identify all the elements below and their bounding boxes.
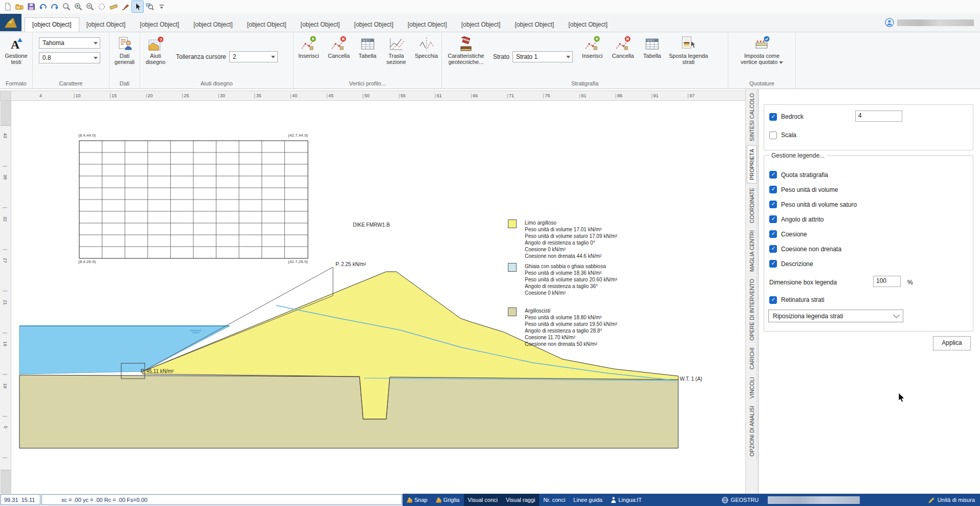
dati-generali-button[interactable]: Dati generali — [109, 35, 140, 65]
tabella-strati-button[interactable]: N X Y Tabella — [638, 35, 666, 59]
select-cursor-icon[interactable] — [131, 1, 144, 13]
unita-di-misura[interactable]: Unità di misura — [928, 497, 980, 503]
ribbon-tab[interactable]: [object Object] — [186, 18, 240, 32]
caratteristiche-geotecniche-button[interactable]: Caratteristiche geotecniche... — [442, 35, 490, 65]
legend-swatch — [508, 307, 517, 316]
legend-option-label: Peso unità di volume saturo — [781, 201, 857, 208]
delete-vertex-icon — [330, 35, 347, 53]
ribbon-tab[interactable]: [object Object] — [507, 18, 561, 32]
language-selector[interactable]: Lingua:IT — [607, 494, 646, 506]
application-window: [object Object][object Object][object Ob… — [0, 0, 980, 506]
retinatura-checkbox[interactable] — [769, 296, 777, 304]
legend-option-checkbox[interactable] — [769, 260, 777, 268]
load-label-top[interactable]: P. 2.25 kN/m² — [336, 261, 366, 267]
section-title[interactable]: DIKE FMRW1.B — [353, 222, 390, 228]
cancella-strato-button[interactable]: Cancella — [608, 35, 638, 59]
riposiziona-select[interactable]: Riposiziona legenda strati — [768, 310, 903, 322]
ribbon-tab[interactable]: [object Object] — [25, 17, 79, 32]
bedrock-checkbox[interactable] — [769, 113, 777, 121]
pencil-icon — [928, 497, 935, 503]
ribbon-tab[interactable]: [object Object] — [132, 18, 186, 32]
ribbon-tab[interactable]: [object Object] — [79, 18, 133, 32]
side-tab[interactable]: SINTESI CALCOLO — [747, 90, 757, 144]
redo-icon[interactable] — [49, 1, 60, 12]
svg-text:A: A — [11, 38, 20, 51]
side-tab[interactable]: CARICHI — [747, 344, 757, 372]
scala-checkbox[interactable] — [769, 131, 777, 139]
brush-icon[interactable] — [120, 1, 131, 12]
drawing-canvas[interactable]: (8.4,44.0) (42.7,44.0) (8.4,26.9) (42.7,… — [11, 101, 745, 494]
new-file-icon[interactable] — [2, 1, 13, 12]
toolbar-overflow-icon[interactable] — [156, 1, 167, 12]
zoom-out-icon[interactable] — [84, 1, 96, 12]
ribbon-tab[interactable]: [object Object] — [347, 18, 400, 32]
ribbon-group-stratigrafia: Caratteristiche geotecniche... Strato St… — [442, 32, 728, 89]
water-table-label[interactable]: W.T. 1 (A) — [680, 376, 702, 382]
ribbon-group-carattere: Tahoma 0.8 Carattere — [33, 32, 109, 89]
font-size-select[interactable]: 0.8 — [39, 52, 100, 63]
side-tab[interactable]: VINCOLI — [747, 374, 757, 402]
bedrock-value-input[interactable]: 4 — [855, 111, 902, 122]
ribbon-tab[interactable]: [object Object] — [294, 18, 347, 32]
dimensione-value-input[interactable]: 100 — [873, 276, 901, 287]
ribbon-tab[interactable]: [object Object] — [561, 18, 615, 32]
tabella-vertici-button[interactable]: N X Y Tabella — [354, 35, 381, 59]
status-toggle[interactable]: Nr. conci — [539, 494, 569, 506]
tolleranza-cursore-select[interactable]: 2 — [229, 51, 278, 62]
side-tab[interactable]: PROPRIETÀ — [747, 145, 757, 184]
bedrock-layer[interactable] — [19, 375, 678, 448]
status-toggle[interactable]: Visual raggi — [502, 494, 539, 506]
legend-option-checkbox[interactable] — [769, 215, 777, 223]
inserisci-vertice-button[interactable]: Inserisci — [294, 35, 324, 59]
applica-button[interactable]: Applica — [933, 336, 971, 350]
zoom-dynamic-icon[interactable] — [96, 1, 107, 12]
legend-option-checkbox[interactable] — [769, 245, 777, 253]
status-toggle[interactable]: Snap — [403, 494, 432, 506]
side-tab[interactable]: COORDINATE — [747, 185, 757, 226]
zoom-window-icon[interactable] — [144, 1, 155, 12]
gestione-testi-button[interactable]: A Gestione testi — [1, 35, 32, 65]
status-toggle[interactable]: Visual conci — [464, 494, 502, 506]
zoom-in-icon[interactable] — [73, 1, 84, 12]
open-file-icon[interactable] — [14, 1, 25, 12]
undo-icon[interactable] — [37, 1, 49, 12]
chevron-down-icon — [94, 42, 98, 45]
app-logo — [0, 14, 21, 31]
strata-legend[interactable]: Limo argillosoPeso unità di volume 17.01… — [508, 219, 661, 351]
status-toggle[interactable]: Linee guida — [569, 494, 607, 506]
legend-option-checkbox[interactable] — [769, 230, 777, 238]
side-tab[interactable]: OPERE DI INTERVENTO — [747, 276, 757, 343]
ribbon-tab[interactable]: [object Object] — [454, 18, 508, 32]
specchia-button[interactable]: Specchia — [411, 35, 441, 59]
user-account-area[interactable] — [885, 18, 974, 27]
vertical-scroll-cap-bottom[interactable] — [1, 470, 11, 494]
vertical-ruler: 43|38|32|27|21|16|10|5| — [0, 101, 11, 494]
trasla-sezione-button[interactable]: Trasla sezione — [381, 35, 411, 65]
inserisci-strato-button[interactable]: Inserisci — [577, 35, 608, 59]
status-toggle[interactable]: Griglia — [432, 494, 464, 506]
centers-grid[interactable] — [79, 141, 308, 258]
gestione-legende-group: Gestione legende... Quota stratigrafia P… — [764, 156, 973, 332]
zoom-extents-icon[interactable] — [61, 1, 72, 12]
measure-icon[interactable] — [108, 1, 119, 12]
legend-option-label: Descrizione — [781, 260, 813, 268]
dimension-vertex-icon — [754, 35, 770, 53]
ribbon-tab[interactable]: [object Object] — [400, 18, 454, 32]
aiuti-disegno-button[interactable]: ? Aiuti disegno — [140, 35, 171, 65]
geostru-link[interactable]: GEOSTRU — [722, 497, 759, 503]
ribbon-tab[interactable]: [object Object] — [240, 18, 294, 32]
save-icon[interactable] — [26, 1, 37, 12]
legend-option-checkbox[interactable] — [769, 171, 777, 179]
side-tab[interactable]: OPZIONI DI ANALISI — [747, 403, 757, 459]
load-label-toe[interactable]: P. 45.11 kN/m² — [141, 368, 174, 374]
legend-option-label: Angolo di attrito — [781, 216, 823, 223]
strato-select[interactable]: Strato 1 — [513, 51, 573, 62]
legend-option-checkbox[interactable] — [769, 186, 777, 193]
font-name-select[interactable]: Tahoma — [39, 37, 100, 49]
imposta-vertice-quotato-button[interactable]: Imposta come vertice quotato — [735, 35, 789, 65]
side-tab[interactable]: MAGLIA CENTRI — [747, 227, 757, 275]
legend-option-checkbox[interactable] — [769, 201, 777, 208]
vertical-scroll-cap[interactable] — [1, 101, 11, 126]
cancella-vertice-button[interactable]: Cancella — [324, 35, 354, 59]
sposta-legenda-strati-button[interactable]: Sposta legenda strati — [666, 35, 711, 65]
